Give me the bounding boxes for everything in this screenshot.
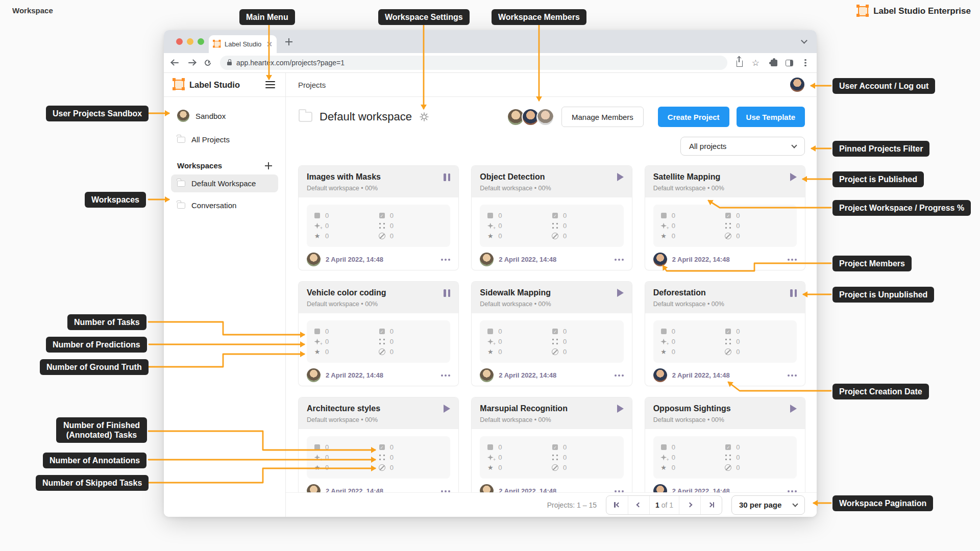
create-project-button[interactable]: Create Project (658, 107, 729, 127)
reload-icon[interactable] (204, 59, 212, 67)
project-owner-avatar (480, 253, 494, 266)
tasks-count: 0 (325, 212, 329, 219)
per-page-value: 30 per page (739, 500, 781, 509)
project-card[interactable]: Architecture styles Default workspace • … (299, 397, 458, 502)
callout-number-of-tasks: Number of Tasks (67, 314, 146, 330)
predictions-icon (487, 222, 494, 229)
ground-truth-icon: ★ (314, 348, 321, 355)
last-page-button[interactable] (700, 496, 722, 514)
annotations-count: 0 (563, 222, 567, 230)
sidebar-toggle-icon[interactable] (786, 60, 793, 66)
project-menu-icon[interactable] (788, 259, 790, 261)
ground-truth-icon: ★ (660, 348, 667, 355)
new-tab-button[interactable] (285, 38, 292, 45)
project-card[interactable]: Sidewalk Mapping Default workspace • 00%… (472, 282, 631, 386)
prev-page-button[interactable] (628, 496, 649, 514)
sidebar: Label Studio Sandbox All Projects Worksp… (164, 73, 286, 517)
first-page-button[interactable] (606, 496, 628, 514)
project-menu-icon[interactable] (615, 259, 617, 261)
chevron-down-icon (792, 501, 798, 507)
callout-number-of-predictions: Number of Predictions (46, 337, 147, 353)
browser-menu-icon[interactable] (801, 59, 810, 67)
sidebar-header: Label Studio (164, 73, 285, 97)
finished-count: 0 (736, 443, 740, 451)
sidebar-item-all-projects[interactable]: All Projects (171, 131, 278, 148)
chevron-down-icon (791, 142, 797, 148)
skipped-count: 0 (563, 232, 567, 240)
sidebar-item-default-workspace[interactable]: Default Workspace (171, 174, 278, 192)
finished-tasks-icon (725, 444, 731, 450)
annotations-count: 0 (563, 454, 567, 461)
project-card[interactable]: Marsupial Recognition Default workspace … (472, 397, 631, 502)
annotations-icon (379, 454, 385, 461)
next-page-button[interactable] (679, 496, 700, 514)
manage-members-button[interactable]: Manage Members (561, 107, 644, 127)
workspace-members-avatars[interactable] (510, 108, 554, 126)
project-card[interactable]: Object Detection Default workspace • 00%… (472, 166, 631, 270)
finished-count: 0 (563, 212, 567, 219)
annotations-count: 0 (563, 338, 567, 345)
label-studio-logo-icon (858, 6, 868, 16)
project-subtitle: Default workspace • 00% (307, 300, 450, 308)
use-template-button[interactable]: Use Template (737, 107, 805, 127)
project-card[interactable]: Deforestation Default workspace • 00% 0 … (645, 282, 805, 386)
window-close-button[interactable] (176, 38, 183, 45)
project-card[interactable]: Opposum Sightings Default workspace • 00… (645, 397, 805, 502)
project-card[interactable]: Images with Masks Default workspace • 00… (299, 166, 458, 270)
project-menu-icon[interactable] (788, 374, 790, 377)
tasks-icon (314, 444, 321, 450)
brand: Label Studio Enterprise (858, 6, 971, 16)
main-menu-icon[interactable] (265, 81, 275, 89)
sandbox-avatar (177, 110, 189, 122)
project-menu-icon[interactable] (441, 259, 443, 261)
per-page-select[interactable]: 30 per page (731, 495, 805, 515)
skipped-count: 0 (563, 348, 567, 356)
sidebar-item-sandbox[interactable]: Sandbox (171, 105, 278, 127)
predictions-count: 0 (325, 338, 329, 345)
pinned-projects-filter-select[interactable]: All projects (680, 137, 805, 156)
finished-tasks-icon (725, 212, 731, 219)
tab-close-icon[interactable] (267, 42, 272, 46)
bookmark-star-icon[interactable]: ☆ (752, 59, 760, 67)
project-menu-icon[interactable] (615, 490, 617, 492)
project-menu-icon[interactable] (441, 490, 443, 492)
workspace-settings-gear-icon[interactable] (419, 112, 429, 122)
tasks-count: 0 (672, 328, 675, 335)
tasks-count: 0 (325, 443, 329, 451)
project-card[interactable]: Satellite Mapping Default workspace • 00… (645, 166, 805, 270)
back-icon[interactable] (171, 59, 179, 67)
add-workspace-button[interactable] (265, 162, 272, 169)
predictions-icon (314, 454, 321, 461)
sidebar-item-conversation[interactable]: Conversation (171, 196, 278, 214)
user-avatar[interactable] (790, 78, 804, 92)
browser-window: Label Studio app.heartex.com/projects?pa… (164, 30, 817, 517)
tasks-count: 0 (498, 443, 502, 451)
play-icon (617, 405, 624, 413)
project-subtitle: Default workspace • 00% (480, 185, 623, 192)
tasks-icon (314, 328, 321, 335)
project-menu-icon[interactable] (615, 374, 617, 377)
finished-tasks-icon (725, 328, 731, 335)
skipped-count: 0 (736, 464, 740, 471)
project-card[interactable]: Vehicle color coding Default workspace •… (299, 282, 458, 386)
tab-search-chevron-icon[interactable] (801, 37, 807, 44)
window-minimize-button[interactable] (187, 38, 193, 45)
lock-icon (227, 62, 232, 65)
project-menu-icon[interactable] (788, 490, 790, 492)
ground-truth-count: 0 (325, 232, 329, 240)
callout-project-creation-date: Project Creation Date (832, 384, 929, 399)
address-bar[interactable]: app.heartex.com/projects?page=1 (220, 56, 727, 70)
callout-number-of-skipped: Number of Skipped Tasks (36, 475, 149, 491)
predictions-count: 0 (672, 454, 675, 461)
project-title: Opposum Sightings (653, 404, 731, 413)
skipped-count: 0 (390, 232, 394, 240)
project-menu-icon[interactable] (441, 374, 443, 377)
window-zoom-button[interactable] (198, 38, 204, 45)
predictions-icon (660, 222, 667, 229)
browser-tab[interactable]: Label Studio (209, 35, 277, 53)
predictions-count: 0 (672, 222, 675, 230)
share-icon[interactable] (736, 59, 744, 67)
callout-number-of-ground-truth: Number of Ground Truth (40, 359, 149, 375)
forward-icon[interactable] (187, 59, 195, 67)
extensions-icon[interactable] (771, 60, 777, 66)
